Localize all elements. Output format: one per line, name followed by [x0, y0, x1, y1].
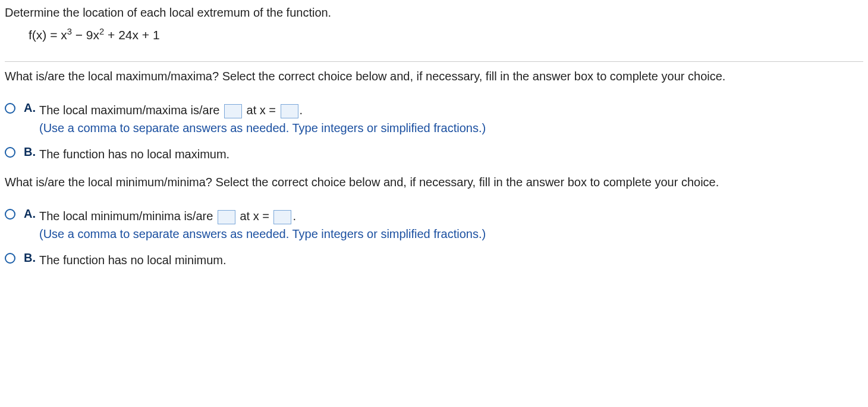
- choice-label: A.: [24, 207, 39, 221]
- question-2-text: What is/are the local minimum/minima? Se…: [5, 174, 863, 190]
- q2-choice-a[interactable]: A. The local minimum/minima is/are at x …: [5, 207, 863, 243]
- answer-box-min-x[interactable]: [273, 210, 291, 224]
- divider: [5, 61, 863, 62]
- choice-body: The function has no local minimum.: [39, 251, 863, 269]
- problem-prompt: Determine the location of each local ext…: [5, 6, 863, 20]
- radio-icon[interactable]: [5, 103, 15, 114]
- choice-text-post: .: [293, 209, 296, 223]
- radio-icon[interactable]: [5, 253, 15, 264]
- choice-text-post: .: [300, 104, 303, 117]
- problem-header: Determine the location of each local ext…: [5, 4, 863, 53]
- choice-label: B.: [24, 145, 39, 159]
- function-equation: f(x) = x3 − 9x2 + 24x + 1: [29, 28, 863, 42]
- q1-choice-b[interactable]: B. The function has no local maximum.: [5, 145, 863, 163]
- choice-text-mid: at x =: [237, 209, 273, 223]
- radio-icon[interactable]: [5, 209, 15, 220]
- choice-body: The local maximum/maxima is/are at x = .…: [39, 101, 863, 137]
- answer-box-max-value[interactable]: [224, 104, 242, 118]
- choice-hint: (Use a comma to separate answers as need…: [39, 227, 486, 240]
- choice-hint: (Use a comma to separate answers as need…: [39, 121, 486, 134]
- choice-text-pre: The local minimum/minima is/are: [39, 209, 216, 223]
- choice-body: The local minimum/minima is/are at x = .…: [39, 207, 863, 243]
- choice-text-pre: The local maximum/maxima is/are: [39, 104, 223, 117]
- q1-choice-a[interactable]: A. The local maximum/maxima is/are at x …: [5, 101, 863, 137]
- radio-icon[interactable]: [5, 147, 15, 158]
- choice-label: B.: [24, 251, 39, 265]
- choice-body: The function has no local maximum.: [39, 145, 863, 163]
- q2-choice-b[interactable]: B. The function has no local minimum.: [5, 251, 863, 269]
- answer-box-max-x[interactable]: [281, 104, 298, 118]
- choice-label: A.: [24, 101, 39, 115]
- answer-box-min-value[interactable]: [218, 210, 235, 224]
- choice-text-mid: at x =: [243, 104, 279, 117]
- question-1-text: What is/are the local maximum/maxima? Se…: [5, 68, 863, 84]
